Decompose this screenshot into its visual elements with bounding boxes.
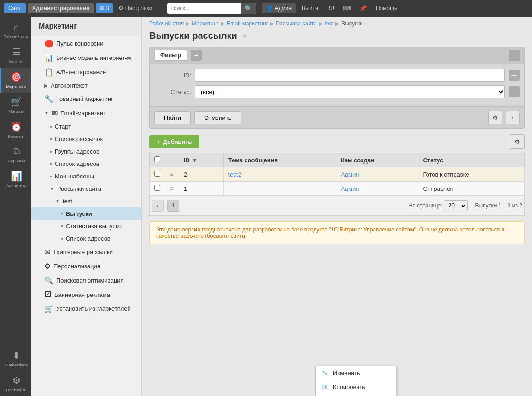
search-input[interactable] [167,3,241,13]
sep5: ▶ [335,20,339,27]
sep4: ▶ [319,20,323,27]
sidebar-item-email[interactable]: ▼ ✉ Email-маркетинг [31,106,141,120]
nav-clients[interactable]: ⏰ Клиенты [0,118,31,142]
add-button[interactable]: + Добавить [149,135,199,148]
sidebar-item-start[interactable]: ■ Старт [31,120,141,133]
row-subject: test2 [223,167,336,182]
sidebar-item-test[interactable]: ▼ test [31,195,141,207]
sidebar-item-ab[interactable]: 📋 А/В-тестирование [31,65,141,79]
sidebar-item-install-label: Установить из Маркетплей [56,305,131,312]
nav-analytics-label: Аналитика [6,183,27,188]
favorite-star[interactable]: ★ [241,31,248,41]
settings-button[interactable]: ⚙ Настройки [115,3,156,13]
search-button[interactable]: 🔍 [241,3,256,14]
sidebar-item-personalization[interactable]: ⚙ Персонализация [31,259,141,273]
drag-handle[interactable]: ≡ [170,171,174,178]
sidebar-item-addr2-label: Список адресов [66,235,111,242]
author-link[interactable]: Админ [341,185,359,192]
admin-button[interactable]: Администрирование [28,3,94,13]
filter-plus-button[interactable]: + [506,111,520,124]
sidebar-item-banners[interactable]: 🖼 Баннерная реклама [31,288,141,301]
nav-marketplace[interactable]: ⬇ Marketplace [0,346,31,371]
row-drag: ≡ [165,167,179,182]
row-id: 1 [179,182,224,196]
sidebar-item-templates[interactable]: ■ Мои шаблоны [31,170,141,183]
nav-services[interactable]: ⧉ Сервисы [0,142,31,167]
status-remove-button[interactable]: — [509,86,520,97]
breadcrumb-mailings[interactable]: Рассылки сайта [276,20,317,27]
nav-analytics[interactable]: 📊 Аналитика [0,167,31,192]
prev-page-button[interactable]: ‹ [152,200,164,212]
language-selector[interactable]: RU [324,3,337,13]
notification-icon: ✉ [99,5,104,12]
user-button[interactable]: 👤 Админ [262,3,297,13]
breadcrumb-marketing[interactable]: Маркетинг [192,20,218,27]
drag-handle[interactable]: ≡ [170,185,174,192]
pin-button[interactable]: 📌 [356,3,370,13]
sidebar-item-lists[interactable]: ■ Список рассылок [31,133,141,145]
th-id[interactable]: ID ▼ [179,153,224,167]
subject-link[interactable]: test2 [228,171,241,178]
find-button[interactable]: Найти [154,111,191,124]
th-checkbox [150,153,165,167]
nav-settings[interactable]: ⚙ Настройки [0,371,31,396]
breadcrumb: Рабочий стол ▶ Маркетинг ▶ Email-маркети… [142,17,532,30]
sidebar-item-business[interactable]: 📊 Бизнес модель интернет-м [31,51,141,65]
sidebar-item-stats[interactable]: ■ Статистика выпуско [31,220,141,232]
breadcrumb-email[interactable]: Email-маркетинг [227,20,268,27]
logout-button[interactable]: Выйти [298,3,322,13]
notifications-button[interactable]: ✉ 3 [96,3,113,13]
sidebar-item-releases[interactable]: ● Выпуски [31,207,141,220]
services-icon: ⧉ [13,146,20,157]
filter-tab[interactable]: Фильтр [154,50,187,61]
per-page-select[interactable]: 20 50 100 [444,200,468,211]
th-id-label: ID [184,157,190,164]
sidebar-item-seo-label: Поисковая оптимизация [56,277,124,284]
breadcrumb-test[interactable]: test [325,20,333,27]
ab-icon: 📋 [44,68,53,77]
keyboard-button[interactable]: ⌨ [339,3,354,13]
nav-content[interactable]: ☰ Контент [0,43,31,68]
filter-add-button[interactable]: + [191,50,202,61]
bullet6: ● [61,212,63,216]
pagination-info: Выпуски 1 – 2 из 2 [475,202,522,209]
sidebar-item-pulse[interactable]: 🔴 Пульс конверсии [31,36,141,51]
author-link[interactable]: Админ [341,171,359,178]
filter-gear-button[interactable]: ⚙ [488,111,502,124]
nav-dashboard[interactable]: ⌂ Рабочий стол [0,18,31,43]
search-box: 🔍 [167,3,256,14]
sidebar-item-ab-label: А/В-тестирование [56,69,106,76]
context-menu-delete[interactable]: ✕ Удалить [316,394,396,396]
sidebar-item-address[interactable]: ■ Список адресов [31,158,141,170]
breadcrumb-dashboard[interactable]: Рабочий стол [149,20,184,27]
sidebar-item-product[interactable]: 🔧 Товарный маркетинг [31,92,141,106]
filter-actions: Найти Отменить ⚙ + [150,106,524,128]
sidebar-item-mailings[interactable]: ▼ Рассылки сайта [31,183,141,195]
context-menu-edit[interactable]: ✎ Изменить [316,366,396,380]
id-input[interactable] [195,69,505,82]
status-select[interactable]: (все) Готов к отправке Отправлен Чернови… [195,85,505,98]
add-plus-icon: + [157,138,160,145]
nav-shop[interactable]: 🛒 Магазин [0,93,31,118]
sidebar-item-autocontext[interactable]: ▶ Автоконтекст [31,79,141,92]
table-gear-button[interactable]: ⚙ [510,134,525,149]
select-all-checkbox[interactable] [154,156,160,162]
sidebar-item-addr2[interactable]: ■ Список адресов [31,232,141,245]
row-drag: ≡ [165,182,179,196]
site-button[interactable]: Сайт [4,3,26,13]
context-menu-copy[interactable]: ⧉ Копировать [316,380,396,394]
cancel-button[interactable]: Отменить [194,111,241,124]
copy-icon: ⧉ [322,383,329,391]
edit-icon: ✎ [322,369,329,377]
help-button[interactable]: Помощь [372,3,401,13]
triggers-icon: ✉ [44,248,50,256]
sidebar-item-install-marketplace[interactable]: 🛒 Установить из Маркетплей [31,301,141,316]
nav-marketing[interactable]: 🎯 Маркетинг [0,68,31,93]
sidebar-item-email-label: Email-маркетинг [60,110,105,117]
sidebar-item-groups[interactable]: ■ Группы адресов [31,145,141,158]
sidebar-item-triggers[interactable]: ✉ Триггерные рассылки [31,245,141,259]
th-drag [165,153,179,167]
id-remove-button[interactable]: — [509,70,520,81]
filter-collapse-button[interactable]: — [509,50,520,61]
sidebar-item-seo[interactable]: 🔍 Поисковая оптимизация [31,273,141,288]
